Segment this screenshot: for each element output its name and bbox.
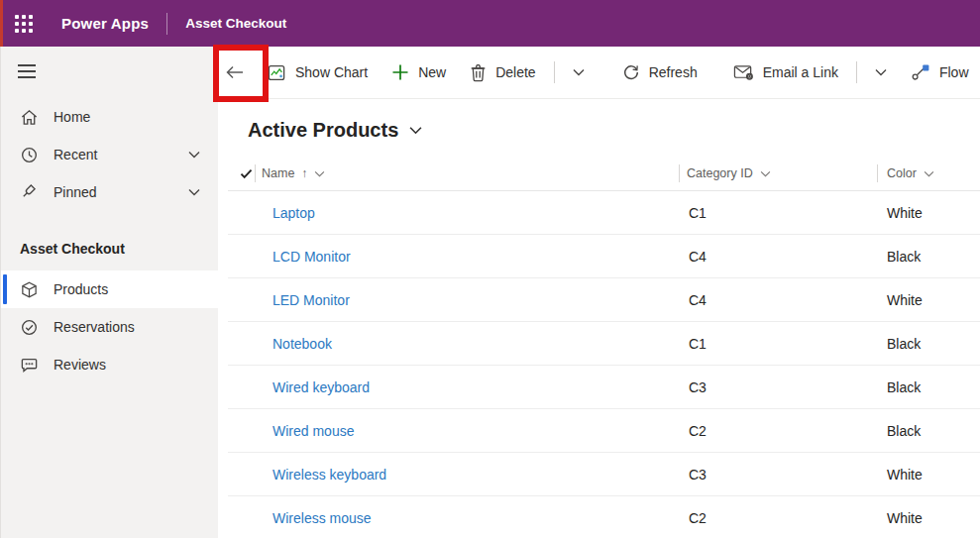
refresh-icon xyxy=(622,63,640,81)
sidebar-item-recent[interactable]: Recent xyxy=(1,136,218,173)
table-row[interactable]: Wireless keyboard C3 White xyxy=(228,453,980,496)
sidebar-item-label: Products xyxy=(54,281,108,297)
sidebar-item-label: Pinned xyxy=(54,184,97,200)
sidebar-item-label: Reservations xyxy=(54,319,135,335)
command-divider xyxy=(554,61,555,83)
color-cell: White xyxy=(877,467,980,483)
sidebar-item-reviews[interactable]: Reviews xyxy=(1,346,218,383)
color-cell: White xyxy=(877,292,980,308)
select-all-checkbox[interactable] xyxy=(228,157,255,190)
app-launcher-button[interactable] xyxy=(0,0,48,47)
command-list: Show Chart New xyxy=(258,54,980,90)
column-header-category-id[interactable]: Category ID xyxy=(679,157,877,190)
flow-chevron[interactable] xyxy=(973,55,980,89)
category-cell: C2 xyxy=(679,423,877,439)
sidebar-item-home[interactable]: Home xyxy=(1,98,218,136)
chevron-down-icon[interactable] xyxy=(188,151,200,159)
powerapps-brand-title[interactable]: Power Apps xyxy=(61,15,149,32)
email-overflow-chevron[interactable] xyxy=(866,55,896,89)
column-label: Name xyxy=(262,166,294,180)
product-name-link[interactable]: Laptop xyxy=(272,205,315,221)
table-row[interactable]: Notebook C1 Black xyxy=(228,322,980,366)
sidebar: Home Recent xyxy=(0,47,218,538)
refresh-button[interactable]: Refresh xyxy=(613,54,707,90)
color-cell: White xyxy=(877,205,980,221)
table-row[interactable]: Laptop C1 White xyxy=(228,191,980,235)
product-name-link[interactable]: Wireless mouse xyxy=(272,510,372,526)
name-cell: Laptop xyxy=(255,205,679,221)
home-icon xyxy=(19,107,39,127)
cube-icon xyxy=(19,279,39,299)
table-row[interactable]: Wireless mouse C2 White xyxy=(228,496,980,538)
chevron-down-icon xyxy=(760,170,771,177)
email-a-link-button[interactable]: Email a Link xyxy=(724,54,847,90)
delete-overflow-chevron[interactable] xyxy=(564,55,594,89)
sidebar-item-products[interactable]: Products xyxy=(1,270,218,308)
flow-icon xyxy=(911,63,930,81)
column-label: Color xyxy=(887,166,917,180)
sidebar-item-pinned[interactable]: Pinned xyxy=(1,173,218,211)
view-selector[interactable]: Active Products xyxy=(218,99,980,157)
command-bar: Show Chart New xyxy=(218,47,980,99)
product-name-link[interactable]: Wireless keyboard xyxy=(272,467,386,483)
category-cell: C1 xyxy=(679,336,877,352)
back-arrow-icon xyxy=(226,65,244,79)
content-area: Show Chart New xyxy=(218,47,980,538)
hamburger-menu-button[interactable] xyxy=(18,60,42,82)
category-cell: C4 xyxy=(679,249,877,265)
grid-header-row: Name ↑ Category ID Color xyxy=(228,157,980,191)
table-row[interactable]: LED Monitor C4 White xyxy=(228,278,980,322)
email-link-icon xyxy=(733,63,754,81)
command-label: Delete xyxy=(495,64,535,80)
name-cell: Wireless mouse xyxy=(255,510,679,526)
name-cell: Wired mouse xyxy=(255,423,679,439)
category-cell: C3 xyxy=(679,379,877,395)
command-label: Show Chart xyxy=(295,64,368,80)
table-row[interactable]: Wired keyboard C3 Black xyxy=(228,366,980,409)
category-cell: C1 xyxy=(679,205,877,221)
table-row[interactable]: LCD Monitor C4 Black xyxy=(228,235,980,278)
column-header-color[interactable]: Color xyxy=(877,157,980,190)
sidebar-group-label: Asset Checkout xyxy=(1,211,218,270)
top-app-bar: Power Apps Asset Checkout xyxy=(0,0,980,47)
delete-button[interactable]: Delete xyxy=(461,54,544,90)
check-icon xyxy=(240,168,253,179)
chevron-down-icon[interactable] xyxy=(188,188,200,196)
sidebar-item-reservations[interactable]: Reservations xyxy=(1,308,218,346)
sidebar-item-label: Recent xyxy=(54,147,97,162)
chevron-down-icon xyxy=(573,68,585,76)
table-body: Laptop C1 White LCD Monitor C4 Black LED… xyxy=(228,191,980,538)
product-name-link[interactable]: LED Monitor xyxy=(272,292,350,308)
flow-button[interactable]: Flow xyxy=(902,54,973,90)
flow-command-group: Flow xyxy=(902,54,980,90)
product-name-link[interactable]: Wired mouse xyxy=(272,423,354,439)
products-grid: Name ↑ Category ID Color Laptop C1 White xyxy=(228,157,980,538)
column-header-name[interactable]: Name ↑ xyxy=(255,157,679,190)
table-row[interactable]: Wired mouse C2 Black xyxy=(228,409,980,453)
name-cell: LED Monitor xyxy=(255,292,679,308)
category-cell: C4 xyxy=(679,292,877,308)
command-label: New xyxy=(418,64,446,80)
chevron-down-icon xyxy=(314,170,325,177)
pin-icon xyxy=(19,182,39,202)
sidebar-item-label: Home xyxy=(54,109,90,125)
current-app-name[interactable]: Asset Checkout xyxy=(185,16,286,31)
show-chart-button[interactable]: Show Chart xyxy=(258,54,377,90)
product-name-link[interactable]: Notebook xyxy=(272,336,332,352)
command-label: Email a Link xyxy=(763,64,838,80)
category-cell: C2 xyxy=(679,510,877,526)
back-button[interactable] xyxy=(226,55,244,89)
name-cell: Wireless keyboard xyxy=(255,467,679,483)
plus-icon xyxy=(391,63,409,81)
product-name-link[interactable]: LCD Monitor xyxy=(272,249,351,265)
name-cell: LCD Monitor xyxy=(255,249,679,265)
product-name-link[interactable]: Wired keyboard xyxy=(272,379,370,395)
command-label: Flow xyxy=(939,64,969,80)
view-title: Active Products xyxy=(248,119,398,142)
comment-icon xyxy=(19,355,39,375)
chevron-down-icon xyxy=(409,126,422,135)
check-circle-icon xyxy=(19,317,39,337)
color-cell: Black xyxy=(877,423,980,439)
topbar-divider xyxy=(166,13,167,35)
new-button[interactable]: New xyxy=(382,54,455,90)
